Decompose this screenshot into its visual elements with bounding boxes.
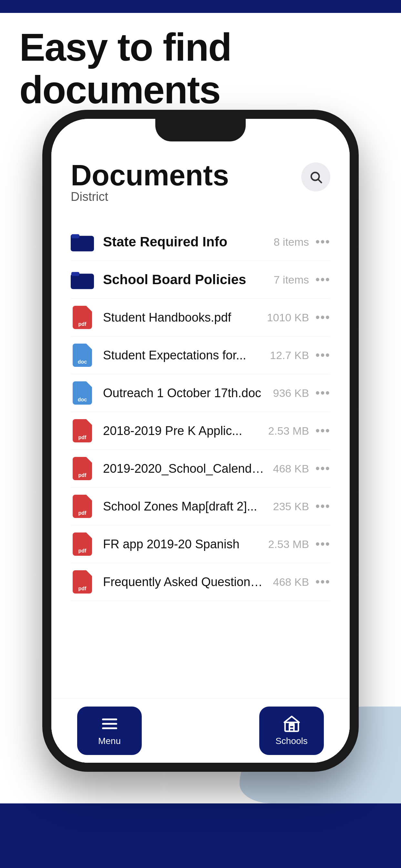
- schools-icon: [283, 715, 301, 733]
- top-status-bar: [0, 0, 401, 13]
- bottom-navigation: Menu Schools: [51, 698, 350, 763]
- phone-screen: Documents District: [51, 119, 350, 763]
- documents-header: Documents District: [71, 151, 330, 220]
- file-icon-handbooks: pdf: [71, 306, 94, 329]
- file-name-zones: School Zones Map[draft 2]...: [103, 500, 267, 514]
- folder-icon-state: [71, 230, 94, 253]
- folder-meta-state: 8 items: [274, 236, 309, 248]
- list-item[interactable]: pdf FR app 2019-20 Spanish 2.53 MB •••: [71, 525, 330, 563]
- file-more-spanish[interactable]: •••: [315, 537, 330, 551]
- doc-icon-outreach: doc: [73, 381, 92, 405]
- file-more-calendar[interactable]: •••: [315, 462, 330, 476]
- file-icon-prek: pdf: [71, 419, 94, 442]
- svg-line-1: [318, 180, 321, 183]
- phone-notch: [155, 119, 246, 142]
- svg-rect-5: [71, 234, 80, 238]
- pdf-icon-faq: pdf: [73, 570, 92, 593]
- file-more-handbooks[interactable]: •••: [315, 311, 330, 324]
- menu-button[interactable]: Menu: [77, 707, 142, 755]
- pdf-icon-calendar: pdf: [73, 457, 92, 480]
- list-item[interactable]: pdf Frequently Asked Questions... 468 KB…: [71, 563, 330, 601]
- file-more-outreach[interactable]: •••: [315, 386, 330, 400]
- svg-rect-12: [289, 725, 294, 728]
- file-more-faq[interactable]: •••: [315, 575, 330, 589]
- search-button[interactable]: [301, 162, 330, 191]
- heading-area: Easy to find documents: [19, 26, 382, 111]
- file-name-handbooks: Student Handbooks.pdf: [103, 311, 260, 324]
- file-icon-calendar: pdf: [71, 457, 94, 480]
- folder-svg-state: [71, 232, 94, 252]
- screen-content: Documents District: [51, 145, 350, 763]
- bottom-dark-bar: [0, 803, 401, 868]
- folder-name-state: State Required Info: [103, 234, 267, 250]
- list-item[interactable]: State Required Info 8 items •••: [71, 223, 330, 261]
- file-meta-prek: 2.53 MB: [268, 425, 309, 437]
- file-name-prek: 2018-2019 Pre K Applic...: [103, 424, 261, 438]
- file-icon-outreach: doc: [71, 381, 94, 405]
- pdf-icon-handbooks: pdf: [73, 306, 92, 329]
- file-meta-spanish: 2.53 MB: [268, 538, 309, 551]
- doc-icon-expectations: doc: [73, 344, 92, 367]
- file-name-calendar: 2019-2020_School_Calenda...: [103, 462, 267, 476]
- list-item[interactable]: pdf 2018-2019 Pre K Applic... 2.53 MB ••…: [71, 412, 330, 450]
- file-name-spanish: FR app 2019-20 Spanish: [103, 537, 261, 551]
- file-meta-handbooks: 1010 KB: [267, 311, 309, 324]
- documents-subtitle: District: [71, 190, 229, 204]
- header-text-group: Documents District: [71, 161, 229, 220]
- documents-title: Documents: [71, 161, 229, 190]
- folder-more-board[interactable]: •••: [315, 273, 330, 287]
- folder-icon-board: [71, 268, 94, 291]
- list-item[interactable]: pdf Student Handbooks.pdf 1010 KB •••: [71, 299, 330, 337]
- folder-more-state[interactable]: •••: [315, 235, 330, 249]
- file-more-prek[interactable]: •••: [315, 424, 330, 438]
- list-item[interactable]: doc Student Expectations for... 12.7 KB …: [71, 337, 330, 374]
- menu-icon: [101, 715, 119, 733]
- menu-label: Menu: [98, 736, 121, 746]
- search-icon: [309, 170, 322, 184]
- pdf-icon-prek: pdf: [73, 419, 92, 442]
- file-meta-outreach: 936 KB: [273, 387, 309, 399]
- file-more-expectations[interactable]: •••: [315, 348, 330, 362]
- pdf-icon-zones: pdf: [73, 495, 92, 518]
- folder-svg-board: [71, 270, 94, 289]
- folder-meta-board: 7 items: [274, 274, 309, 286]
- list-item[interactable]: doc Outreach 1 October 17th.doc 936 KB •…: [71, 374, 330, 412]
- file-meta-expectations: 12.7 KB: [270, 349, 309, 362]
- svg-rect-7: [71, 272, 80, 276]
- file-name-expectations: Student Expectations for...: [103, 348, 264, 362]
- list-item[interactable]: pdf 2019-2020_School_Calenda... 468 KB •…: [71, 450, 330, 488]
- schools-button[interactable]: Schools: [259, 707, 324, 755]
- file-name-outreach: Outreach 1 October 17th.doc: [103, 386, 267, 400]
- main-heading: Easy to find documents: [19, 26, 382, 111]
- schools-label: Schools: [275, 736, 308, 746]
- file-icon-zones: pdf: [71, 495, 94, 518]
- file-meta-faq: 468 KB: [273, 576, 309, 588]
- folder-name-board: School Board Policies: [103, 272, 267, 287]
- document-list: State Required Info 8 items ••• School B…: [71, 223, 330, 601]
- file-meta-zones: 235 KB: [273, 500, 309, 513]
- file-icon-spanish: pdf: [71, 532, 94, 556]
- phone-mockup: Documents District: [42, 110, 359, 772]
- file-more-zones[interactable]: •••: [315, 500, 330, 514]
- pdf-icon-spanish: pdf: [73, 532, 92, 556]
- file-icon-expectations: doc: [71, 344, 94, 367]
- file-name-faq: Frequently Asked Questions...: [103, 575, 267, 589]
- list-item[interactable]: pdf School Zones Map[draft 2]... 235 KB …: [71, 488, 330, 525]
- list-item[interactable]: School Board Policies 7 items •••: [71, 261, 330, 299]
- file-meta-calendar: 468 KB: [273, 462, 309, 475]
- file-icon-faq: pdf: [71, 570, 94, 593]
